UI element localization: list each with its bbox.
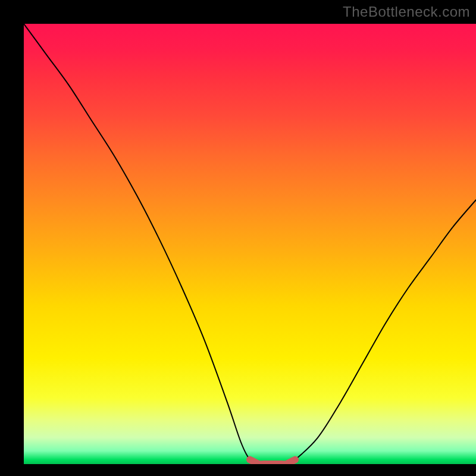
optimal-range-highlight — [250, 460, 295, 464]
plot-container — [24, 24, 476, 464]
chart-frame: TheBottleneck.com — [0, 0, 476, 476]
curve-layer — [24, 24, 476, 464]
plot-area — [24, 24, 476, 464]
watermark-text: TheBottleneck.com — [343, 4, 470, 20]
bottleneck-curve — [24, 24, 476, 464]
